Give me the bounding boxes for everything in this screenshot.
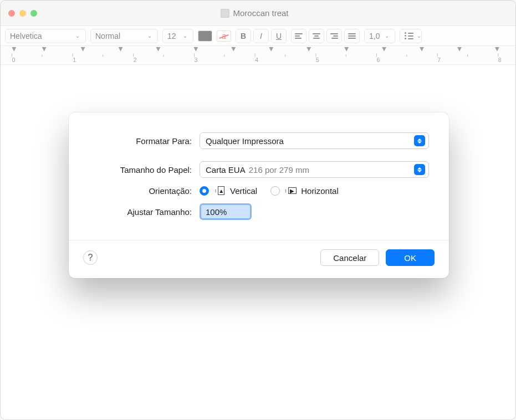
cancel-button-label: Cancelar [333, 253, 366, 263]
ok-button[interactable]: OK [386, 249, 435, 266]
svg-marker-27 [42, 47, 47, 52]
svg-text:7: 7 [437, 57, 441, 63]
line-spacing-value: 1,0 [369, 32, 380, 40]
ok-button-label: OK [404, 253, 416, 263]
font-family-value: Helvetica [10, 32, 42, 40]
format-for-value: Qualquer Impressora [206, 136, 284, 146]
orientation-label: Orientação: [89, 186, 200, 196]
minimize-window-button[interactable] [19, 10, 26, 17]
svg-text:6: 6 [377, 57, 380, 63]
chevron-updown-icon: ⌄ [183, 33, 188, 39]
align-center-icon [313, 33, 320, 39]
format-for-popup[interactable]: Qualquer Impressora [200, 132, 429, 149]
font-size-value: 12 [167, 32, 176, 40]
cancel-button[interactable]: Cancelar [320, 249, 379, 266]
svg-marker-35 [344, 47, 349, 52]
font-family-select[interactable]: Helvetica ⌄ [5, 29, 86, 43]
underline-button[interactable]: U [271, 29, 287, 43]
svg-text:8: 8 [498, 57, 502, 63]
popup-arrows-icon [414, 135, 425, 146]
titlebar: Moroccan treat [1, 1, 515, 26]
svg-marker-28 [81, 47, 85, 52]
line-spacing-select[interactable]: 1,0 ⌄ [364, 29, 395, 43]
chevron-updown-icon: ⌄ [385, 33, 390, 39]
svg-marker-38 [457, 47, 462, 52]
orientation-landscape-text: Horizontal [301, 186, 339, 196]
scale-label: Ajustar Tamanho: [89, 207, 200, 217]
font-size-select[interactable]: 12 ⌄ [162, 29, 193, 43]
close-window-button[interactable] [8, 10, 15, 17]
svg-marker-39 [495, 47, 499, 52]
italic-button[interactable]: I [253, 29, 269, 43]
paper-size-label: Tamanho do Papel: [89, 165, 200, 175]
svg-text:0: 0 [12, 57, 15, 63]
font-style-value: Normal [95, 32, 120, 40]
svg-marker-33 [269, 47, 273, 52]
title-area: Moroccan treat [46, 8, 463, 18]
bold-button[interactable]: B [236, 29, 251, 43]
zoom-window-button[interactable] [30, 10, 37, 17]
align-left-button[interactable] [291, 29, 306, 43]
svg-marker-26 [12, 47, 16, 52]
window-controls [8, 10, 37, 17]
align-right-button[interactable] [326, 29, 342, 43]
chevron-updown-icon: ⌄ [75, 33, 81, 39]
window-title: Moroccan treat [233, 8, 288, 18]
scale-input[interactable] [200, 203, 252, 220]
svg-marker-32 [231, 47, 236, 52]
svg-marker-37 [420, 47, 424, 52]
font-style-select[interactable]: Normal ⌄ [90, 29, 158, 43]
format-for-label: Formatar Para: [89, 136, 200, 146]
svg-text:3: 3 [194, 57, 197, 63]
landscape-icon: ↕▶ [284, 186, 297, 196]
orientation-portrait-radio[interactable]: ↕▲ Vertical [200, 186, 257, 196]
portrait-icon: ↕▲ [213, 186, 226, 196]
svg-text:5: 5 [316, 57, 319, 63]
paper-size-popup[interactable]: Carta EUA 216 por 279 mm [200, 161, 429, 178]
highlight-none-button[interactable] [217, 30, 231, 42]
page-setup-dialog: Formatar Para: Qualquer Impressora Taman… [69, 112, 449, 278]
alignment-group [291, 29, 360, 43]
orientation-landscape-radio[interactable]: ↕▶ Horizontal [270, 186, 339, 196]
align-justify-icon [348, 33, 356, 39]
svg-marker-29 [119, 47, 123, 52]
radio-checked-icon [200, 186, 209, 196]
chevron-updown-icon: ⌄ [147, 33, 153, 39]
align-justify-button[interactable] [344, 29, 360, 43]
svg-marker-31 [194, 47, 198, 52]
svg-text:1: 1 [73, 57, 76, 63]
svg-marker-34 [306, 47, 311, 52]
document-icon [221, 9, 229, 18]
bullet-list-icon [405, 32, 413, 39]
svg-marker-30 [156, 47, 161, 52]
radio-unchecked-icon [270, 186, 280, 196]
popup-arrows-icon [414, 164, 425, 175]
paper-size-detail: 216 por 279 mm [249, 165, 309, 175]
chevron-updown-icon: ⌄ [417, 33, 421, 39]
orientation-portrait-text: Vertical [230, 186, 257, 196]
svg-marker-36 [382, 47, 386, 52]
align-right-icon [330, 33, 338, 39]
align-left-icon [295, 33, 303, 39]
help-icon: ? [88, 253, 93, 263]
list-style-select[interactable]: ⌄ [400, 29, 422, 43]
horizontal-ruler[interactable]: 0 1 2 3 4 5 6 7 8 [1, 46, 515, 65]
formatting-toolbar: Helvetica ⌄ Normal ⌄ 12 ⌄ B I U 1,0 ⌄ [1, 26, 515, 46]
text-color-button[interactable] [198, 30, 212, 42]
help-button[interactable]: ? [83, 250, 98, 265]
svg-text:2: 2 [134, 57, 137, 63]
font-weight-group: B I U [236, 29, 287, 43]
paper-size-value: Carta EUA [206, 165, 246, 175]
align-center-button[interactable] [309, 29, 324, 43]
svg-text:4: 4 [255, 57, 258, 63]
